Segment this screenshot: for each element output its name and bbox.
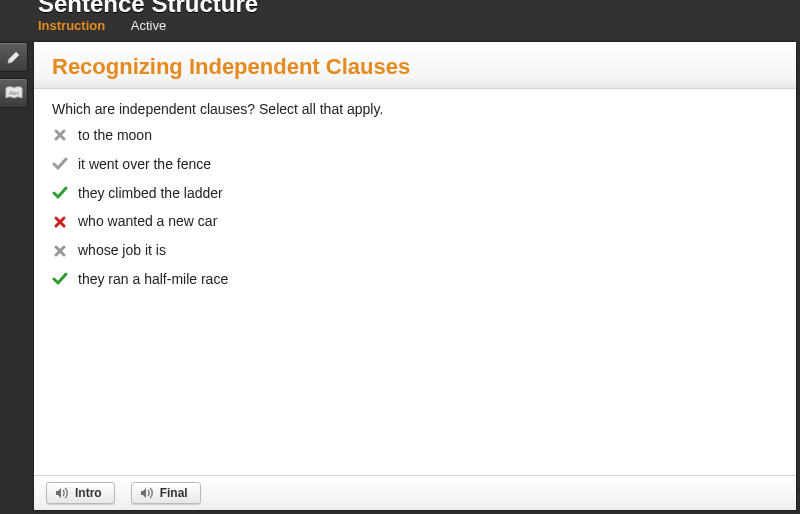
lesson-title: Recognizing Independent Clauses	[52, 54, 778, 80]
answer-option[interactable]: they ran a half-mile race	[52, 271, 778, 288]
book-icon: Abc	[5, 86, 23, 100]
audio-final-label: Final	[160, 486, 188, 500]
answer-text: it went over the fence	[78, 156, 211, 173]
answer-option[interactable]: to the moon	[52, 127, 778, 144]
lesson-body: Which are independent clauses? Select al…	[34, 89, 796, 312]
pencil-icon	[6, 49, 22, 65]
lesson-footer: Intro Final	[34, 475, 796, 510]
answer-text: to the moon	[78, 127, 152, 144]
speaker-icon	[140, 487, 154, 499]
check-mark-icon	[52, 185, 68, 201]
svg-text:Abc: Abc	[9, 90, 19, 96]
app-header: Sentence Structure Instruction Active	[0, 0, 800, 40]
answer-list: to the moonit went over the fencethey cl…	[52, 127, 778, 288]
audio-final-button[interactable]: Final	[131, 482, 201, 504]
x-mark-icon	[52, 214, 68, 230]
x-mark-icon	[52, 127, 68, 143]
x-mark-icon	[52, 243, 68, 259]
audio-intro-label: Intro	[75, 486, 102, 500]
check-mark-icon	[52, 271, 68, 287]
answer-option[interactable]: whose job it is	[52, 242, 778, 259]
speaker-icon	[55, 487, 69, 499]
audio-intro-button[interactable]: Intro	[46, 482, 115, 504]
pencil-tool[interactable]	[0, 42, 28, 72]
answer-option[interactable]: they climbed the ladder	[52, 185, 778, 202]
course-title: Sentence Structure	[38, 0, 258, 18]
question-prompt: Which are independent clauses? Select al…	[52, 101, 778, 117]
answer-text: whose job it is	[78, 242, 166, 259]
answer-option[interactable]: who wanted a new car	[52, 213, 778, 230]
answer-text: they climbed the ladder	[78, 185, 223, 202]
answer-text: who wanted a new car	[78, 213, 217, 230]
glossary-tool[interactable]: Abc	[0, 78, 28, 108]
lesson-panel: Recognizing Independent Clauses Which ar…	[34, 42, 796, 510]
header-tabs: Instruction Active	[38, 18, 188, 33]
answer-text: they ran a half-mile race	[78, 271, 228, 288]
check-mark-icon	[52, 156, 68, 172]
tab-active[interactable]: Active	[131, 18, 166, 33]
tab-instruction[interactable]: Instruction	[38, 18, 105, 33]
lesson-header: Recognizing Independent Clauses	[34, 42, 796, 89]
answer-option[interactable]: it went over the fence	[52, 156, 778, 173]
tool-rail: Abc	[0, 42, 27, 114]
